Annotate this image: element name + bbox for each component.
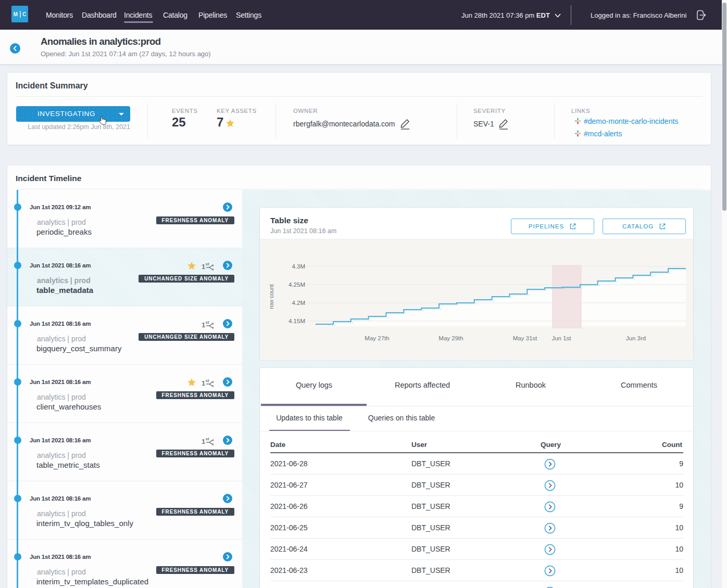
svg-text:1: 1 bbox=[202, 379, 205, 387]
svg-text:4.15M: 4.15M bbox=[289, 318, 305, 324]
svg-text:May 29th: May 29th bbox=[438, 335, 463, 341]
svg-text:4.3M: 4.3M bbox=[292, 263, 305, 270]
svg-text:st: st bbox=[206, 320, 209, 325]
svg-text:row count: row count bbox=[268, 284, 274, 309]
svg-text:Jun 1st: Jun 1st bbox=[551, 335, 571, 341]
svg-text:4.25M: 4.25M bbox=[289, 282, 305, 288]
svg-text:1: 1 bbox=[202, 438, 205, 445]
svg-text:st: st bbox=[206, 262, 209, 266]
svg-text:May 31st: May 31st bbox=[513, 335, 537, 341]
svg-text:4.2M: 4.2M bbox=[292, 300, 305, 306]
svg-text:st: st bbox=[206, 378, 209, 383]
svg-text:st: st bbox=[206, 437, 209, 441]
svg-text:1: 1 bbox=[202, 263, 205, 271]
svg-text:Jun 3rd: Jun 3rd bbox=[626, 335, 646, 341]
svg-text:May 27th: May 27th bbox=[365, 335, 389, 341]
svg-text:1: 1 bbox=[202, 321, 205, 329]
